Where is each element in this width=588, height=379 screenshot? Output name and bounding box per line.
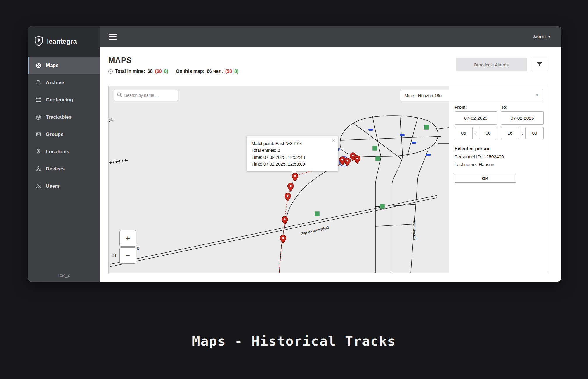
time-separator: : [473, 130, 479, 136]
sidebar-item-label: Maps [46, 63, 58, 68]
close-icon[interactable]: × [332, 138, 335, 143]
green-beacon [315, 212, 319, 216]
target-icon [35, 114, 41, 120]
search-box [114, 90, 178, 101]
track-pin[interactable] [288, 183, 294, 191]
track-pin[interactable] [280, 235, 286, 243]
personnel-id-line: Personnel ID:12503406 [455, 154, 544, 159]
broadcast-alarms-button[interactable]: Broadcast Alarms [456, 58, 527, 71]
track-pin[interactable] [354, 156, 360, 164]
chevron-down-icon: ▼ [535, 93, 539, 97]
admin-user-menu[interactable]: Admin ▼ [533, 34, 551, 39]
sidebar-item-label: Users [46, 183, 60, 189]
screenshot-stage: leantegra Maps Archive [0, 0, 588, 379]
logo: leantegra [28, 26, 100, 57]
to-label: To: [501, 105, 544, 110]
to-minute-input[interactable] [525, 127, 544, 139]
track-pin[interactable] [292, 173, 298, 181]
sidebar-item-label: Archive [46, 80, 64, 86]
on-this-map-breakdown: (58|8) [225, 69, 239, 74]
green-beacon [380, 204, 384, 209]
map-label-partial1: ш [112, 252, 116, 259]
sidebar-item-label: Geofencing [46, 97, 73, 103]
on-this-map-value: 66 чел. [207, 69, 223, 74]
blue-beacon [400, 134, 405, 136]
search-icon [117, 92, 122, 99]
history-filter-strip: From: To: : : [455, 105, 544, 183]
geofence-icon [35, 97, 41, 103]
ok-button[interactable]: OK [455, 174, 516, 183]
chevron-down-icon: ▼ [548, 35, 551, 39]
on-this-map-label: On this map: [176, 69, 204, 74]
time-separator: : [519, 130, 525, 136]
hamburger-menu-icon[interactable] [109, 34, 117, 40]
network-icon [35, 166, 41, 172]
tooltip-title: Matchpoint: East №3 PK4 [251, 140, 333, 147]
sidebar-item-trackables[interactable]: Trackables [28, 108, 100, 126]
tooltip-time-2: Time: 07.02.2025, 12:53:00 [251, 161, 333, 167]
to-hour-input[interactable] [501, 127, 519, 139]
zoom-out-button[interactable]: − [119, 247, 136, 264]
version-label: R24_2 [28, 273, 100, 278]
from-hour-input[interactable] [455, 127, 473, 139]
green-beacon [376, 156, 380, 161]
shield-logo-icon [34, 36, 44, 47]
last-name-value: Hanson [479, 162, 494, 167]
zoom-in-button[interactable]: + [119, 230, 136, 247]
tooltip-time-1: Time: 07.02.2025, 12:52:48 [251, 154, 333, 161]
map-label-exit: ход на выход№2 [301, 225, 329, 235]
sidebar-item-maps[interactable]: Maps [28, 57, 100, 74]
search-input[interactable] [124, 93, 177, 98]
target-dot-icon [108, 69, 113, 74]
from-minute-input[interactable] [479, 127, 497, 139]
header-actions: Broadcast Alarms [456, 58, 547, 71]
from-date-input[interactable] [455, 111, 497, 125]
badge-icon [35, 131, 41, 137]
mine-map-svg: 36-Р ход на выход№2 монтажный ш К [109, 86, 449, 273]
bell-icon [35, 80, 41, 86]
blue-beacon [426, 154, 431, 156]
track-pin[interactable] [344, 158, 351, 166]
personnel-id-value: 12503406 [484, 154, 504, 159]
funnel-icon [536, 61, 543, 68]
sidebar-item-label: Devices [46, 166, 65, 172]
blue-beacon [412, 142, 416, 144]
matchpoint-tooltip: × Matchpoint: East №3 PK4 Total entries:… [247, 136, 338, 171]
sidebar-item-locations[interactable]: Locations [28, 143, 100, 160]
track-pin[interactable] [285, 193, 291, 201]
map-label-shaft: монтажный [412, 221, 417, 240]
sidebar-item-devices[interactable]: Devices [28, 160, 100, 178]
personnel-id-label: Personnel ID: [455, 154, 482, 159]
zoom-controls: + − [119, 230, 136, 264]
sidebar-item-users[interactable]: Users [28, 178, 100, 195]
pin-icon [35, 149, 41, 155]
last-name-label: Last name: [455, 162, 477, 167]
to-date-input[interactable] [501, 111, 544, 125]
total-in-mine-breakdown: (60|8) [155, 69, 169, 74]
blue-beacon [368, 129, 373, 131]
sidebar-item-geofencing[interactable]: Geofencing [28, 91, 100, 108]
mine-selector[interactable]: Mine - Horizon 180 ▼ [400, 90, 543, 101]
green-beacon [373, 146, 377, 150]
sidebar-item-label: Locations [46, 149, 69, 155]
map-label-partial2: К [137, 246, 139, 251]
users-icon [35, 183, 41, 189]
mine-selector-value: Mine - Horizon 180 [405, 93, 442, 98]
sidebar-item-groups[interactable]: Groups [28, 126, 100, 143]
hatched-portal [109, 159, 128, 164]
map-panel: 36-Р ход на выход№2 монтажный ш К [108, 86, 547, 273]
last-name-line: Last name:Hanson [455, 162, 544, 167]
sidebar: leantegra Maps Archive [28, 26, 100, 282]
total-in-mine-value: 68 [148, 69, 153, 74]
screenshot-caption: Maps - Historical Tracks [0, 333, 588, 349]
tooltip-entries: Total entries: 2 [251, 147, 333, 154]
main-content: MAPS Total in mine: 68 (60|8) On this ma… [100, 47, 561, 282]
logo-text: leantegra [47, 38, 77, 45]
user-menu-label: Admin [533, 34, 546, 39]
app-window: leantegra Maps Archive [28, 26, 561, 282]
total-in-mine-label: Total in mine: [115, 69, 145, 74]
topbar: Admin ▼ [100, 26, 561, 47]
filter-button[interactable] [532, 58, 547, 71]
sidebar-item-archive[interactable]: Archive [28, 74, 100, 91]
track-pin[interactable] [282, 216, 288, 225]
